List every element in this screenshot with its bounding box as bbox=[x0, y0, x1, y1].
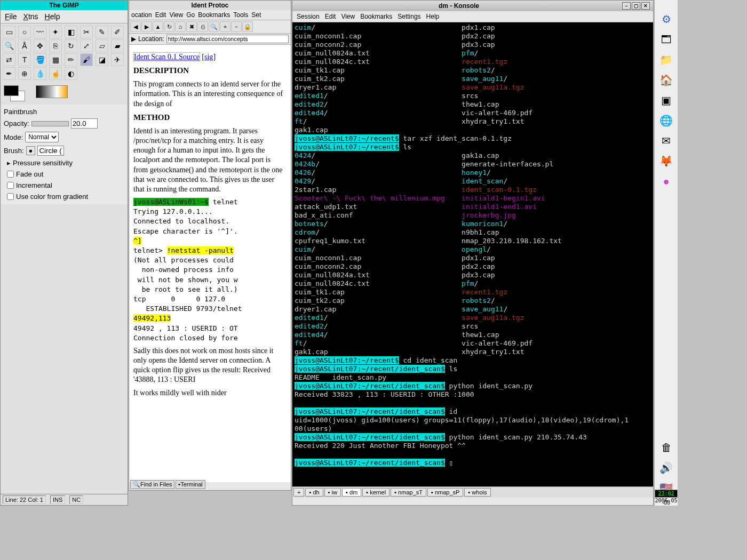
tool-clone[interactable]: ⊕ bbox=[18, 67, 31, 80]
opacity-slider[interactable] bbox=[31, 121, 69, 126]
stop-button[interactable]: ✖ bbox=[186, 21, 197, 32]
sound-icon[interactable]: 🔊 bbox=[658, 459, 675, 476]
browser-menu-view[interactable]: View bbox=[169, 11, 183, 19]
gimp-menu-help[interactable]: Help bbox=[45, 12, 60, 21]
gradient-checkbox[interactable] bbox=[7, 193, 14, 200]
media-icon[interactable]: ● bbox=[658, 173, 675, 190]
pressure-label[interactable]: Pressure sensitivity bbox=[13, 159, 73, 167]
tool-pencil[interactable]: ✏ bbox=[65, 53, 77, 66]
desktop-icon[interactable]: 🗔 bbox=[658, 31, 675, 48]
gimp-menu-xtns[interactable]: Xtns bbox=[23, 12, 38, 21]
gimp-icon[interactable]: 🦊 bbox=[658, 153, 675, 170]
minimize-button[interactable]: – bbox=[622, 2, 631, 10]
konsole-menu-session[interactable]: Session bbox=[297, 13, 320, 20]
fade-checkbox[interactable] bbox=[7, 171, 14, 178]
close-button[interactable]: ✕ bbox=[641, 2, 650, 10]
tool-bucket[interactable]: 🪣 bbox=[34, 53, 46, 66]
tool-text[interactable]: T bbox=[18, 53, 31, 66]
konsole-titlebar[interactable]: dm - Konsole – ▢ ✕ bbox=[292, 1, 653, 11]
browser-menu-bookmarks[interactable]: Bookmarks bbox=[198, 11, 230, 19]
back-button[interactable]: ◀ bbox=[130, 21, 141, 32]
browser-menu-ocation[interactable]: ocation bbox=[131, 11, 152, 19]
tool-blur[interactable]: 💧 bbox=[34, 67, 46, 80]
mode-select[interactable]: Normal bbox=[25, 132, 59, 142]
files-icon[interactable]: 📁 bbox=[658, 51, 675, 68]
gimp-menu-file[interactable]: File bbox=[5, 12, 17, 21]
tool-flip[interactable]: ⇄ bbox=[3, 53, 15, 66]
home-icon[interactable]: 🏠 bbox=[658, 71, 675, 89]
find-button[interactable]: 🔍 bbox=[209, 21, 219, 32]
tool-crop[interactable]: ⎘ bbox=[49, 39, 62, 52]
konsole-tab-kernel[interactable]: ▪ kernel bbox=[362, 488, 390, 497]
kontact-icon[interactable]: ✉ bbox=[658, 132, 675, 149]
maximize-button[interactable]: ▢ bbox=[632, 2, 640, 10]
incremental-checkbox[interactable] bbox=[7, 182, 14, 189]
tool-by-color[interactable]: ◧ bbox=[65, 26, 77, 38]
tool-wand[interactable]: ✦ bbox=[49, 26, 62, 38]
terminal-icon[interactable]: ▣ bbox=[658, 92, 675, 109]
up-button[interactable]: ▲ bbox=[153, 21, 163, 32]
browser-menu-edit[interactable]: Edit bbox=[155, 11, 166, 19]
home-button[interactable]: ⌂ bbox=[175, 21, 186, 32]
zoom-in-button[interactable]: + bbox=[220, 21, 231, 32]
fg-color[interactable] bbox=[4, 85, 19, 96]
tool-airbrush[interactable]: ✈ bbox=[111, 53, 124, 66]
tool-paintbrush[interactable]: 🖌 bbox=[80, 53, 93, 66]
tool-shear[interactable]: ▱ bbox=[96, 39, 108, 52]
address-bar: ▶ Location: bbox=[129, 34, 291, 45]
konsole-menu-view[interactable]: View bbox=[341, 13, 355, 20]
tool-zoom[interactable]: 🔍 bbox=[3, 39, 15, 52]
sig-link[interactable]: sig bbox=[204, 53, 213, 61]
tool-move[interactable]: ✥ bbox=[34, 39, 46, 52]
tool-perspective[interactable]: ▰ bbox=[111, 39, 124, 52]
terminal-tab[interactable]: ▪Terminal bbox=[176, 480, 205, 489]
find-in-files-tab[interactable]: 🔍Find in Files bbox=[130, 480, 174, 489]
tool-ink[interactable]: ✒ bbox=[3, 67, 15, 80]
url-input[interactable] bbox=[166, 35, 289, 43]
tool-paths[interactable]: ✎ bbox=[96, 26, 108, 38]
fg-bg-colors[interactable] bbox=[4, 85, 25, 101]
tool-rotate[interactable]: ↻ bbox=[65, 39, 77, 52]
konsole-menu-settings[interactable]: Settings bbox=[398, 13, 420, 20]
tool-smudge[interactable]: ☝ bbox=[49, 67, 62, 80]
tool-scale[interactable]: ⤢ bbox=[80, 39, 93, 52]
tool-color-picker[interactable]: ✐ bbox=[111, 26, 124, 38]
kde-panel: ⚙ 🗔 📁 🏠 ▣ 🌐 ✉ 🦊 ● 🗑 🔊 🇺🇸 -08 23:02 2006-… bbox=[654, 0, 678, 506]
konsole-tab-iw[interactable]: ▪ iw bbox=[324, 488, 341, 497]
konsole-tab-whois[interactable]: ▪ whois bbox=[464, 488, 490, 497]
konsole-tab-nmap_sT[interactable]: ▪ nmap_sT bbox=[391, 488, 426, 497]
konsole-menu-help[interactable]: Help bbox=[426, 13, 440, 20]
terminal-output[interactable]: cuim/ pdx1.cap cuim_noconn1.cap pdx2.cap… bbox=[292, 22, 653, 486]
browser-icon[interactable]: 🌐 bbox=[658, 112, 675, 129]
tool-blend[interactable]: ▦ bbox=[49, 53, 62, 66]
tool-rect-select[interactable]: ▭ bbox=[3, 26, 15, 38]
new-tab-button[interactable]: + bbox=[293, 488, 304, 497]
konsole-tab-dh[interactable]: ▪ dh bbox=[305, 488, 323, 497]
browser-menu-go[interactable]: Go bbox=[186, 11, 195, 19]
brush-input[interactable] bbox=[37, 146, 64, 156]
browser-menu-tools[interactable]: Tools bbox=[233, 11, 248, 19]
gimp-title[interactable]: The GIMP bbox=[1, 1, 128, 10]
tool-ellipse-select[interactable]: ○ bbox=[18, 26, 31, 38]
konsole-menu-bookmarks[interactable]: Bookmarks bbox=[360, 13, 392, 20]
print-button[interactable]: ⎙ bbox=[197, 21, 208, 32]
source-link[interactable]: Ident Scan 0.1 Source bbox=[133, 52, 200, 61]
opacity-input[interactable] bbox=[71, 118, 98, 129]
trash-icon[interactable]: 🗑 bbox=[658, 439, 675, 456]
gradient-preview[interactable] bbox=[36, 85, 68, 98]
konsole-menu-edit[interactable]: Edit bbox=[325, 13, 336, 20]
clock[interactable]: 23:02 2006-05 bbox=[655, 490, 677, 503]
konsole-tab-dm[interactable]: ▪ dm bbox=[342, 488, 361, 497]
tool-eraser[interactable]: ◪ bbox=[96, 53, 108, 66]
lock-icon[interactable]: 🔒 bbox=[242, 21, 253, 32]
kde-logo-icon[interactable]: ⚙ bbox=[658, 11, 675, 28]
forward-button[interactable]: ▶ bbox=[141, 21, 152, 32]
konsole-tab-nmap_sP[interactable]: ▪ nmap_sP bbox=[427, 488, 463, 497]
tool-scissors[interactable]: ✂ bbox=[80, 26, 93, 38]
tool-dodge[interactable]: ◐ bbox=[65, 67, 77, 80]
tool-measure[interactable]: Å bbox=[18, 39, 31, 52]
tool-lasso[interactable]: 〰 bbox=[34, 26, 46, 38]
browser-menu-set[interactable]: Set bbox=[251, 11, 261, 19]
reload-button[interactable]: ↻ bbox=[164, 21, 174, 32]
zoom-out-button[interactable]: − bbox=[231, 21, 242, 32]
